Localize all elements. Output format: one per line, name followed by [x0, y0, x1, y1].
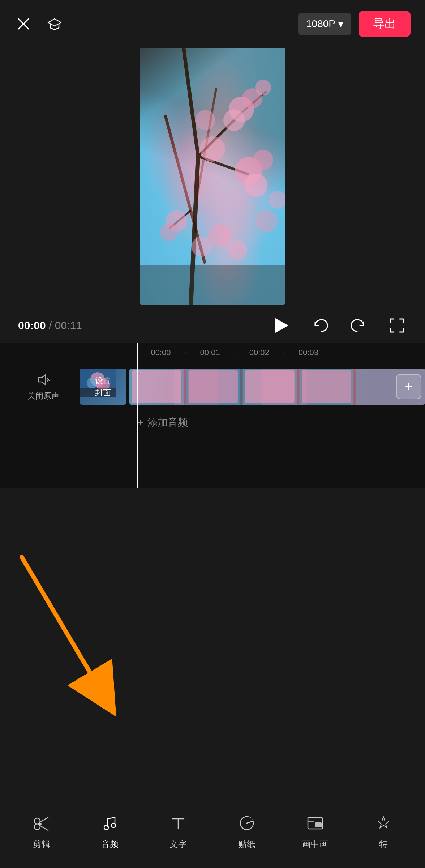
header-right: 1080P ▾ 导出 [298, 11, 411, 37]
time-display: 00:00 / 00:11 [18, 319, 82, 332]
undo-icon [312, 317, 329, 334]
time-separator: / [49, 319, 55, 331]
graduation-cap-icon [47, 16, 63, 32]
playback-controls-bar: 00:00 / 00:11 [0, 308, 425, 343]
fullscreen-icon [388, 317, 405, 334]
svg-rect-25 [140, 265, 285, 305]
export-button[interactable]: 导出 [359, 11, 411, 37]
undo-button[interactable] [310, 315, 330, 336]
toolbar-cut-label: 剪辑 [33, 838, 50, 850]
svg-point-20 [192, 237, 212, 257]
ruler-mark-0: 00:00 [137, 348, 184, 357]
volume-icon [35, 372, 51, 388]
svg-rect-35 [132, 370, 181, 403]
add-clip-button[interactable]: + [396, 374, 421, 399]
fullscreen-button[interactable] [387, 315, 407, 336]
special-effect-icon [373, 812, 394, 834]
toolbar-pip-label: 画中画 [302, 838, 328, 850]
cover-thumb-text: 设置封面 [95, 375, 111, 399]
svg-line-47 [39, 817, 48, 822]
video-track-content: 设置封面 [80, 369, 425, 405]
toolbar-item-cut[interactable]: 剪辑 [23, 812, 60, 850]
dropdown-arrow-icon: ▾ [338, 18, 343, 30]
sticker-icon [236, 812, 258, 834]
svg-point-15 [244, 174, 267, 197]
pip-icon [304, 812, 326, 834]
svg-rect-41 [302, 370, 351, 403]
svg-point-23 [256, 210, 278, 232]
play-button[interactable] [272, 315, 292, 336]
strip-frames [129, 369, 425, 405]
cover-thumbnail[interactable]: 设置封面 [80, 369, 126, 405]
svg-point-51 [104, 825, 108, 830]
svg-point-17 [195, 110, 215, 130]
close-button[interactable] [14, 15, 33, 33]
playhead [137, 343, 138, 488]
play-icon [275, 318, 288, 333]
svg-point-52 [111, 823, 116, 827]
svg-line-50 [39, 824, 42, 825]
timeline-section: 00:00 · 00:01 · 00:02 · 00:03 关闭原声 [0, 343, 425, 488]
toolbar-item-text[interactable]: 文字 [160, 812, 196, 850]
svg-point-14 [253, 150, 273, 170]
video-strip[interactable]: + [129, 369, 425, 405]
toolbar-special-label: 特 [379, 838, 388, 850]
svg-rect-37 [189, 370, 238, 403]
ruler-mark-1: 00:01 [186, 348, 233, 357]
quality-selector[interactable]: 1080P ▾ [298, 13, 351, 35]
video-track-row: 关闭原声 设置封面 [0, 369, 425, 405]
time-current: 00:00 [18, 319, 46, 331]
ruler-mark-2: 00:02 [236, 348, 283, 357]
playback-controls [272, 315, 407, 336]
toolbar-audio-label: 音频 [101, 838, 119, 850]
svg-line-44 [22, 557, 103, 694]
svg-point-12 [223, 109, 245, 131]
redo-icon [350, 317, 367, 334]
svg-point-16 [200, 136, 225, 162]
add-audio-label: 添加音频 [147, 416, 188, 429]
toolbar-item-audio[interactable]: 音频 [92, 812, 128, 850]
svg-point-11 [255, 80, 271, 95]
arrow-annotation [0, 550, 137, 716]
blossom-background [140, 48, 285, 305]
timeline-tracks: 关闭原声 设置封面 [0, 361, 425, 442]
learn-button[interactable] [46, 15, 64, 33]
svg-rect-57 [315, 822, 322, 827]
toolbar-text-label: 文字 [169, 838, 187, 850]
svg-point-24 [269, 191, 285, 209]
svg-point-22 [228, 241, 247, 260]
track-mute-control[interactable]: 关闭原声 [0, 372, 80, 401]
svg-line-3 [184, 48, 198, 156]
timeline-ruler: 00:00 · 00:01 · 00:02 · 00:03 [0, 343, 425, 361]
svg-rect-39 [245, 370, 294, 403]
bottom-toolbar: 剪辑 音频 文字 [0, 801, 425, 868]
toolbar-item-special[interactable]: 特 [365, 812, 402, 850]
toolbar-item-pip[interactable]: 画中画 [297, 812, 333, 850]
svg-marker-26 [38, 375, 46, 385]
svg-point-19 [160, 223, 178, 241]
mute-label: 关闭原声 [27, 391, 59, 401]
redo-button[interactable] [348, 315, 369, 336]
svg-line-48 [39, 825, 48, 830]
video-frame [140, 48, 285, 305]
quality-label: 1080P [306, 18, 335, 30]
music-note-icon [99, 812, 121, 834]
video-preview-container [0, 44, 425, 308]
ruler-mark-3: 00:03 [285, 348, 332, 357]
scissors-icon [31, 812, 52, 834]
add-audio-row[interactable]: + 添加音频 [0, 410, 425, 434]
time-total: 00:11 [55, 319, 82, 331]
svg-point-21 [208, 224, 231, 247]
toolbar-item-sticker[interactable]: 贴纸 [229, 812, 265, 850]
toolbar-sticker-label: 贴纸 [238, 838, 256, 850]
header: 1080P ▾ 导出 [0, 0, 425, 44]
close-icon [16, 17, 31, 31]
flower-details-svg [140, 48, 285, 305]
text-icon [167, 812, 189, 834]
header-left [14, 15, 64, 33]
